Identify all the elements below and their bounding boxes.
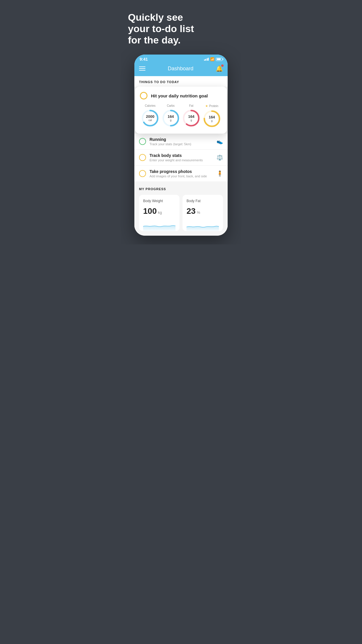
body-weight-value: 100 — [143, 206, 157, 216]
page-wrapper: Quickly see your to-do list for the day.… — [121, 0, 241, 244]
todo-radio-running[interactable] — [139, 138, 146, 145]
person-icon: 🧍 — [217, 170, 223, 177]
progress-cards: Body Weight 100 kg — [139, 195, 223, 231]
status-icons: 📶 — [204, 57, 223, 61]
todo-subtitle-progress-photos: Add images of your front, back, and side — [150, 174, 213, 178]
notification-dot — [221, 64, 224, 67]
nutrition-radio[interactable] — [140, 92, 147, 99]
macro-protein-ring: 164 g — [203, 110, 221, 128]
nutrition-card: Hit your daily nutrition goal Calories — [135, 87, 227, 134]
macro-carbs-label: Carbs — [167, 104, 175, 107]
carbs-unit: g — [168, 119, 174, 122]
todo-text-running: Running Track your stats (target: 5km) — [150, 137, 213, 146]
app-content: THINGS TO DO TODAY Hit your daily nutrit… — [134, 76, 228, 236]
status-time: 9:41 — [140, 57, 148, 62]
todo-radio-body-stats[interactable] — [139, 154, 146, 161]
fat-unit: g — [188, 119, 194, 122]
hero-text: Quickly see your to-do list for the day. — [126, 12, 236, 46]
todo-subtitle-body-stats: Enter your weight and measurements — [150, 158, 213, 162]
todo-subtitle-running: Track your stats (target: 5km) — [150, 142, 213, 146]
nutrition-macros: Calories 2000 cal — [140, 104, 222, 128]
macro-carbs: Carbs 164 g — [162, 104, 180, 127]
status-bar: 9:41 📶 — [134, 55, 228, 63]
body-fat-value: 23 — [187, 206, 196, 216]
protein-unit: g — [209, 119, 215, 122]
macro-protein-label-row: ★ Protein — [205, 104, 218, 108]
macro-calories-ring: 2000 cal — [141, 109, 159, 127]
body-weight-title: Body Weight — [143, 199, 175, 203]
battery-icon — [216, 58, 222, 61]
todo-item-body-stats[interactable]: Track body stats Enter your weight and m… — [134, 150, 228, 166]
nutrition-title: Hit your daily nutrition goal — [151, 93, 208, 98]
signal-icon — [204, 58, 209, 61]
macro-protein-label: Protein — [209, 104, 218, 108]
protein-value: 164 — [209, 115, 215, 119]
progress-section: MY PROGRESS Body Weight 100 kg — [134, 181, 228, 236]
body-fat-chart — [187, 220, 219, 231]
macro-calories-label: Calories — [145, 104, 156, 107]
todo-list: Running Track your stats (target: 5km) 👟… — [134, 134, 228, 181]
todo-text-progress-photos: Take progress photos Add images of your … — [150, 169, 213, 178]
app-header: Dashboard 🔔 — [134, 63, 228, 76]
nutrition-card-wrapper: Hit your daily nutrition goal Calories — [134, 87, 228, 134]
calories-unit: cal — [146, 119, 154, 122]
todo-item-progress-photos[interactable]: Take progress photos Add images of your … — [134, 166, 228, 181]
nutrition-title-row: Hit your daily nutrition goal — [140, 92, 222, 99]
carbs-value: 164 — [168, 115, 174, 119]
macro-calories: Calories 2000 cal — [141, 104, 159, 127]
body-weight-unit: kg — [158, 210, 162, 215]
todo-radio-progress-photos[interactable] — [139, 170, 146, 177]
macro-carbs-ring: 164 g — [162, 109, 180, 127]
macro-fat-label: Fat — [189, 104, 193, 107]
calories-value: 2000 — [146, 115, 154, 119]
hero-line3: for the day. — [128, 34, 181, 46]
fat-value: 164 — [188, 115, 194, 119]
todo-text-body-stats: Track body stats Enter your weight and m… — [150, 153, 213, 162]
hero-line2: your to-do list — [128, 23, 194, 34]
things-header: THINGS TO DO TODAY — [134, 76, 228, 87]
macro-fat-ring: 164 g — [182, 109, 200, 127]
body-fat-title: Body Fat — [187, 199, 219, 203]
macro-protein: ★ Protein 164 g — [203, 104, 221, 128]
todo-title-running: Running — [150, 137, 213, 142]
star-icon: ★ — [205, 104, 208, 108]
phone-mockup: 9:41 📶 Dashboard 🔔 — [134, 55, 228, 236]
bell-icon[interactable]: 🔔 — [216, 65, 223, 72]
body-weight-chart — [143, 220, 175, 231]
body-weight-value-row: 100 kg — [143, 206, 175, 216]
menu-icon[interactable] — [139, 66, 145, 71]
body-fat-value-row: 23 % — [187, 206, 219, 216]
hero-line1: Quickly see — [128, 12, 183, 23]
things-heading-text: THINGS TO DO TODAY — [139, 80, 179, 84]
header-title: Dashboard — [168, 66, 193, 72]
todo-title-body-stats: Track body stats — [150, 153, 213, 158]
scale-icon: ⚖️ — [217, 154, 223, 161]
macro-fat: Fat 164 g — [182, 104, 200, 127]
todo-title-progress-photos: Take progress photos — [150, 169, 213, 174]
todo-item-running[interactable]: Running Track your stats (target: 5km) 👟 — [134, 134, 228, 150]
body-fat-card: Body Fat 23 % — [182, 195, 223, 231]
wifi-icon: 📶 — [210, 57, 215, 61]
body-fat-unit: % — [197, 210, 200, 215]
body-weight-card: Body Weight 100 kg — [139, 195, 180, 231]
progress-heading: MY PROGRESS — [139, 187, 223, 191]
shoe-icon: 👟 — [217, 138, 223, 145]
